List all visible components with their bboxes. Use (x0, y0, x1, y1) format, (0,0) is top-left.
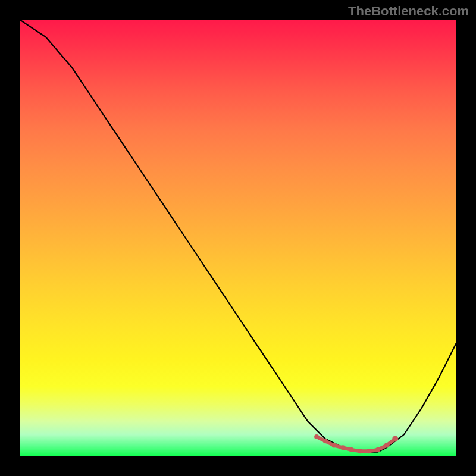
chart-plot-area (20, 20, 456, 456)
chart-svg (20, 20, 456, 456)
optimal-dot (375, 447, 380, 452)
optimal-dot (367, 449, 371, 453)
optimal-dot (332, 443, 337, 448)
optimal-dot (349, 447, 354, 452)
watermark-text: TheBottleneck.com (348, 4, 469, 19)
bottleneck-curve (20, 20, 456, 452)
optimal-dot (384, 443, 389, 448)
optimal-dot (358, 449, 363, 453)
optimal-dot (314, 434, 319, 439)
optimal-zone-line (317, 437, 395, 451)
optimal-dot (392, 436, 398, 442)
optimal-dot (323, 439, 328, 443)
optimal-dot (340, 445, 345, 450)
